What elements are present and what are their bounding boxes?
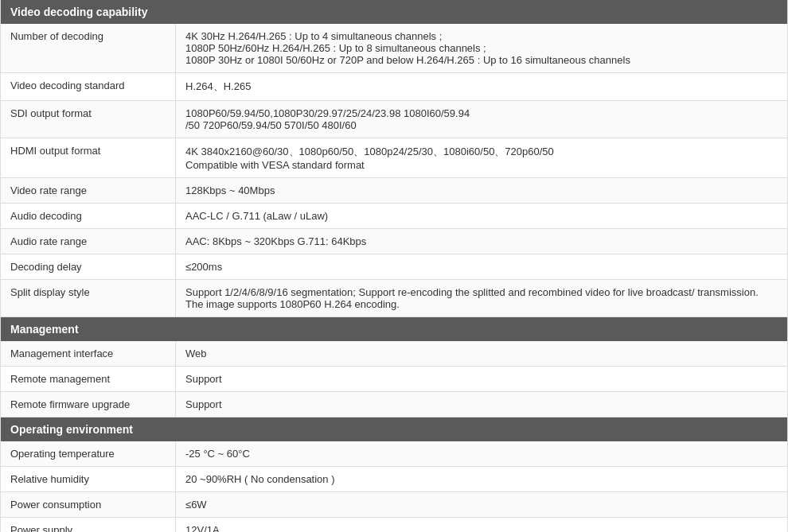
section-header-row: Management: [1, 317, 788, 342]
spec-value: 1080P60/59.94/50,1080P30/29.97/25/24/23.…: [176, 101, 788, 138]
spec-label: Power supply: [1, 518, 176, 533]
spec-label: Management interface: [1, 341, 176, 367]
spec-value: ≤6W: [176, 492, 788, 518]
spec-value: 12V/1A: [176, 518, 788, 533]
table-row: Audio rate rangeAAC: 8Kbps ~ 320Kbps G.7…: [1, 229, 788, 254]
table-row: SDI output format1080P60/59.94/50,1080P3…: [1, 101, 788, 138]
section-title: Management: [1, 317, 787, 341]
table-row: Management interfaceWeb: [1, 341, 788, 367]
spec-label: Split display style: [1, 280, 176, 317]
spec-value: 4K 3840x2160@60/30、1080p60/50、1080p24/25…: [176, 138, 788, 178]
spec-table: Video decoding capabilityNumber of decod…: [0, 0, 788, 532]
spec-label: Remote firmware upgrade: [1, 392, 176, 417]
table-row: Relative humidity20 ~90%RH ( No condensa…: [1, 467, 788, 492]
spec-value: Support 1/2/4/6/8/9/16 segmentation; Sup…: [176, 280, 788, 317]
spec-label: Operating temperature: [1, 441, 176, 467]
spec-label: Video decoding standard: [1, 73, 176, 101]
table-row: Video rate range128Kbps ~ 40Mbps: [1, 178, 788, 204]
spec-value: 4K 30Hz H.264/H.265 : Up to 4 simultaneo…: [176, 24, 788, 73]
spec-label: Video rate range: [1, 178, 176, 204]
table-row: Number of decoding4K 30Hz H.264/H.265 : …: [1, 24, 788, 73]
spec-label: Number of decoding: [1, 24, 176, 73]
spec-label: Relative humidity: [1, 467, 176, 492]
spec-value: 128Kbps ~ 40Mbps: [176, 178, 788, 204]
spec-value: 20 ~90%RH ( No condensation ): [176, 467, 788, 492]
spec-label: SDI output format: [1, 101, 176, 138]
table-row: Power supply12V/1A: [1, 518, 788, 533]
spec-label: Power consumption: [1, 492, 176, 518]
table-row: HDMI output format4K 3840x2160@60/30、108…: [1, 138, 788, 178]
spec-label: HDMI output format: [1, 138, 176, 178]
spec-value: AAC-LC / G.711 (aLaw / uLaw): [176, 204, 788, 229]
spec-value: AAC: 8Kbps ~ 320Kbps G.711: 64Kbps: [176, 229, 788, 254]
spec-value: Support: [176, 367, 788, 392]
table-row: Operating temperature-25 °C ~ 60°C: [1, 441, 788, 467]
section-header-row: Operating environment: [1, 417, 788, 442]
section-header-row: Video decoding capability: [1, 0, 788, 24]
table-row: Remote firmware upgradeSupport: [1, 392, 788, 417]
table-row: Power consumption≤6W: [1, 492, 788, 518]
spec-value: -25 °C ~ 60°C: [176, 441, 788, 467]
table-row: Decoding delay≤200ms: [1, 254, 788, 280]
spec-value: ≤200ms: [176, 254, 788, 280]
spec-label: Audio decoding: [1, 204, 176, 229]
spec-value: Support: [176, 392, 788, 417]
table-row: Split display styleSupport 1/2/4/6/8/9/1…: [1, 280, 788, 317]
section-title: Video decoding capability: [1, 0, 787, 24]
section-title: Operating environment: [1, 417, 787, 441]
spec-value: H.264、H.265: [176, 73, 788, 101]
table-row: Video decoding standardH.264、H.265: [1, 73, 788, 101]
table-row: Audio decodingAAC-LC / G.711 (aLaw / uLa…: [1, 204, 788, 229]
table-row: Remote managementSupport: [1, 367, 788, 392]
spec-label: Decoding delay: [1, 254, 176, 280]
spec-label: Remote management: [1, 367, 176, 392]
spec-label: Audio rate range: [1, 229, 176, 254]
spec-value: Web: [176, 341, 788, 367]
